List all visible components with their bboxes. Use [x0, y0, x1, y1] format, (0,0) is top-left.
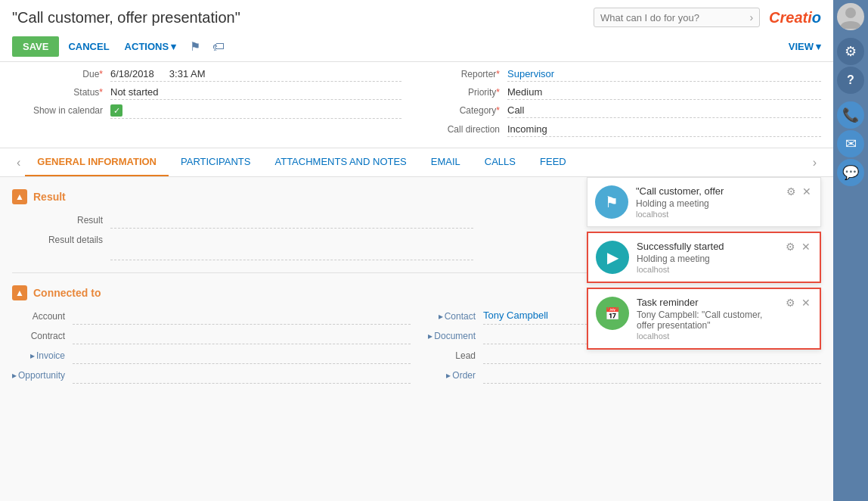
status-value: Not started: [110, 86, 401, 100]
due-value: 6/18/2018 3:31 AM: [110, 68, 401, 82]
result-details-label: Result details: [12, 233, 110, 260]
due-label: Due: [12, 69, 110, 79]
invoice-value[interactable]: [73, 349, 411, 364]
notif-close-button-3[interactable]: ✕: [800, 297, 812, 309]
svg-point-0: [845, 8, 856, 18]
tag-button[interactable]: 🏷: [208, 37, 229, 57]
tab-attachments-notes[interactable]: ATTACHMENTS AND NOTES: [262, 148, 418, 176]
notif-subtitle-3: Tony Campbell: "Call customer, offer pre…: [637, 310, 777, 331]
notif-subtitle-1: Holding a meeting: [636, 198, 777, 209]
right-sidebar: ⚙ ? 📞 ✉ 💬: [833, 0, 868, 501]
notif-host-1: localhost: [636, 210, 777, 219]
tab-general-information[interactable]: GENERAL INFORMATION: [25, 148, 169, 176]
reporter-value[interactable]: Supervisor: [507, 68, 821, 82]
connected-section-icon: ▲: [12, 285, 27, 300]
notif-close-button-1[interactable]: ✕: [801, 185, 813, 198]
settings-icon[interactable]: ⚙: [837, 38, 864, 65]
opportunity-indicator-icon: ▸: [12, 370, 17, 381]
tab-feed[interactable]: FEED: [528, 148, 578, 176]
notif-body-2: Successfully started Holding a meeting l…: [637, 241, 777, 274]
notif-actions-3: ⚙ ✕: [784, 297, 812, 341]
category-value: Call: [507, 104, 821, 118]
notif-title-1: "Call customer, offer: [636, 185, 777, 197]
search-box[interactable]: ›: [594, 8, 760, 27]
tab-calls[interactable]: CALLS: [473, 148, 528, 176]
invoice-indicator-icon: ▸: [30, 350, 35, 361]
notif-settings-button-2[interactable]: ⚙: [784, 241, 797, 253]
notif-avatar-2: ▶: [596, 241, 629, 274]
result-label: Result: [12, 213, 110, 229]
pin-button[interactable]: ⚑: [185, 36, 205, 57]
invoice-field: ▸Invoice: [12, 349, 411, 364]
notif-close-button-2[interactable]: ✕: [800, 241, 812, 253]
contract-field: Contract: [12, 329, 411, 344]
opportunity-field: ▸Opportunity: [12, 369, 411, 384]
notif-host-3: localhost: [637, 331, 777, 341]
result-details-value[interactable]: [110, 233, 473, 260]
show-calendar-label: Show in calendar: [12, 105, 110, 116]
account-label: Account: [12, 310, 73, 325]
account-field: Account: [12, 310, 411, 325]
contact-indicator-icon: ▸: [439, 311, 443, 322]
contact-label: ▸Contact: [423, 310, 483, 325]
tab-next-button[interactable]: ›: [808, 153, 821, 173]
notif-subtitle-2: Holding a meeting: [637, 254, 777, 264]
notif-title-3: Task reminder: [637, 297, 777, 308]
notif-settings-button-3[interactable]: ⚙: [784, 297, 797, 309]
result-section-title: Result: [33, 191, 66, 203]
tab-participants[interactable]: PARTICIPANTS: [169, 148, 262, 176]
page-title: "Call customer, offer presentation": [12, 9, 240, 26]
result-section-icon: ▲: [12, 189, 27, 204]
notif-host-2: localhost: [637, 265, 777, 274]
notification-card-1: ⚑ "Call customer, offer Holding a meetin…: [587, 177, 821, 227]
cancel-button[interactable]: CANCEL: [62, 36, 115, 57]
tab-email[interactable]: EMAIL: [419, 148, 473, 176]
connected-left-col: Account Contract ▸Invoice: [12, 310, 411, 388]
status-label: Status: [12, 87, 110, 98]
notif-avatar-1: ⚑: [595, 185, 628, 219]
show-calendar-checkbox[interactable]: ✓: [110, 104, 122, 117]
notif-settings-button-1[interactable]: ⚙: [785, 185, 798, 198]
opportunity-value[interactable]: [73, 369, 411, 384]
chat-icon[interactable]: 💬: [837, 159, 864, 186]
chevron-down-icon: ▾: [816, 41, 821, 52]
notif-body-1: "Call customer, offer Holding a meeting …: [636, 185, 777, 219]
result-value[interactable]: [110, 213, 473, 229]
chevron-down-icon: ▾: [171, 41, 176, 52]
phone-icon[interactable]: 📞: [837, 101, 864, 129]
show-calendar-value[interactable]: ✓: [110, 104, 401, 119]
opportunity-label: ▸Opportunity: [12, 369, 73, 384]
category-label: Category: [432, 105, 507, 116]
contract-label: Contract: [12, 329, 73, 344]
creatio-logo: Creatio: [769, 9, 821, 26]
tabs-bar: ‹ GENERAL INFORMATION PARTICIPANTS ATTAC…: [0, 148, 833, 177]
notif-actions-1: ⚙ ✕: [785, 185, 813, 219]
tab-prev-button[interactable]: ‹: [12, 153, 25, 173]
user-avatar[interactable]: [837, 3, 864, 30]
mail-icon[interactable]: ✉: [837, 130, 864, 157]
help-icon[interactable]: ?: [837, 67, 864, 94]
lead-label: Lead: [423, 349, 483, 364]
view-button[interactable]: VIEW ▾: [789, 41, 821, 52]
actions-button[interactable]: ACTIONS ▾: [119, 36, 183, 57]
reporter-label: Reporter: [432, 69, 507, 79]
priority-value: Medium: [507, 86, 821, 100]
save-button[interactable]: SAVE: [12, 36, 59, 57]
document-label: ▸Document: [423, 329, 483, 344]
order-label: ▸Order: [423, 369, 483, 384]
priority-label: Priority: [432, 87, 507, 98]
document-indicator-icon: ▸: [428, 331, 432, 341]
contract-value[interactable]: [73, 329, 411, 344]
invoice-label: ▸Invoice: [12, 349, 73, 364]
notif-avatar-3: 📅: [596, 297, 629, 330]
notifications-panel: ⚑ "Call customer, offer Holding a meetin…: [587, 177, 821, 354]
call-direction-value: Incoming: [507, 123, 821, 137]
search-input[interactable]: [600, 12, 749, 23]
notif-title-2: Successfully started: [637, 241, 777, 252]
account-value[interactable]: [73, 310, 411, 325]
notif-actions-2: ⚙ ✕: [784, 241, 812, 274]
search-arrow-icon: ›: [749, 11, 753, 23]
notif-body-3: Task reminder Tony Campbell: "Call custo…: [637, 297, 777, 341]
call-direction-label: Call direction: [432, 124, 507, 135]
order-value[interactable]: [483, 369, 821, 384]
